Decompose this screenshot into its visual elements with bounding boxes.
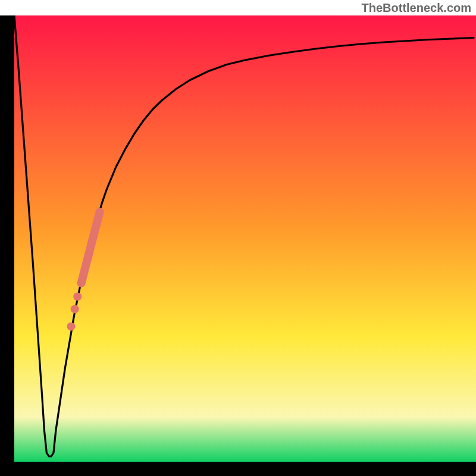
chart-outer: TheBottleneck.com [0, 0, 476, 476]
marker-dot [67, 322, 75, 331]
marker-dot [73, 293, 82, 301]
marker-dot [71, 305, 79, 314]
plot-background [14, 15, 476, 462]
bottleneck-chart [14, 15, 476, 462]
attribution-label: TheBottleneck.com [0, 0, 476, 15]
plot-frame [14, 15, 476, 462]
